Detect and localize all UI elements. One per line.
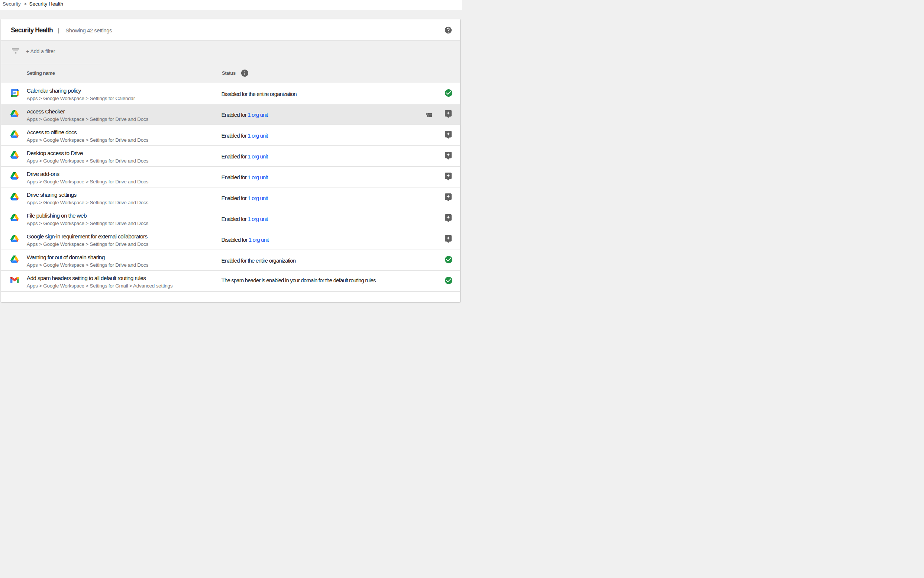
svg-text:31: 31 bbox=[13, 91, 16, 95]
